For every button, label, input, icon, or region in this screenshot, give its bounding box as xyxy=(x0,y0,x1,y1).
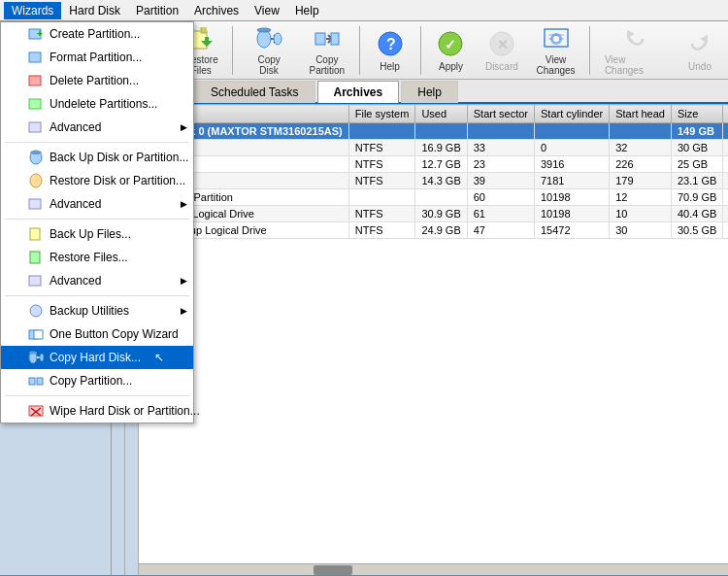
menu-backup-utilities[interactable]: Backup Utilities xyxy=(1,299,193,322)
wizards-dropdown: + Create Partition... Format Partition..… xyxy=(0,21,194,424)
col-start-cyl: Start cylinder xyxy=(535,105,610,123)
menu-advanced-2[interactable]: Advanced xyxy=(1,192,193,216)
menu-one-button-copy[interactable]: One Button Copy Wizard xyxy=(1,322,193,346)
table-row[interactable]: (H:) Backup Logical DriveNTFS24.9 GB4715… xyxy=(140,222,729,239)
table-cell xyxy=(723,206,728,222)
svg-point-39 xyxy=(30,305,42,317)
menu-advanced-1[interactable]: Advanced xyxy=(1,116,193,139)
table-cell: 61 xyxy=(467,206,534,222)
svg-point-34 xyxy=(30,174,42,187)
svg-rect-31 xyxy=(29,122,41,132)
restore-files-menu-icon xyxy=(28,250,44,265)
table-cell xyxy=(467,123,534,140)
table-cell xyxy=(348,123,415,140)
svg-marker-25 xyxy=(700,35,708,43)
menu-copy-partition[interactable]: Copy Partition... xyxy=(1,369,193,392)
copy-hd-icon xyxy=(28,350,44,365)
table-row[interactable]: (G:) Data Logical DriveNTFS30.9 GB611019… xyxy=(140,206,729,222)
format-icon xyxy=(28,50,44,65)
table-cell: 226 xyxy=(610,156,672,173)
tab-scheduled-tasks[interactable]: Scheduled Tasks xyxy=(194,81,315,103)
menu-backup-disk[interactable]: Back Up Disk or Partition... xyxy=(1,146,193,169)
table-cell: NTFS xyxy=(348,173,415,189)
menu-delete-partition[interactable]: Delete Partition... xyxy=(1,69,193,92)
cursor-indicator: ↖ xyxy=(154,351,164,364)
table-row[interactable]: Extended Partition60101981270.9 GB[No xyxy=(140,189,729,206)
table-cell: NTFS xyxy=(348,222,415,239)
menu-archives[interactable]: Archives xyxy=(186,2,247,19)
backup-disk-icon xyxy=(28,150,44,165)
view-changes-button[interactable]: ViewChanges xyxy=(528,24,583,77)
copy-partition-button[interactable]: CopyPartition xyxy=(301,24,352,77)
partition-table: File system Used Start sector Start cyli… xyxy=(139,104,728,239)
svg-rect-41 xyxy=(34,330,43,339)
table-cell: NTFS xyxy=(348,206,415,222)
separator-4 xyxy=(420,26,421,75)
col-fs: File system xyxy=(348,105,415,123)
undelete-icon xyxy=(28,96,44,112)
menu-create-partition[interactable]: + Create Partition... xyxy=(1,22,193,46)
menu-copy-hard-disk[interactable]: Copy Hard Disk... ↖ xyxy=(1,346,193,369)
undo-button[interactable]: View Changes xyxy=(596,24,674,77)
svg-rect-46 xyxy=(37,378,43,385)
svg-point-33 xyxy=(30,151,42,154)
table-row[interactable]: 7100 x64NTFS12.7 GB23391622625 GB7100 xyxy=(140,156,729,173)
menu-restore-files-menu[interactable]: Restore Files... xyxy=(1,246,193,269)
table-cell: 10198 xyxy=(535,189,610,206)
view-changes-icon xyxy=(541,25,572,52)
table-cell xyxy=(723,123,728,140)
svg-rect-47 xyxy=(29,406,43,416)
table-cell: NTFS xyxy=(348,140,415,156)
table-row[interactable]: Hard Disk 0 (MAXTOR STM3160215AS)149 GB xyxy=(140,123,729,140)
table-cell: [No xyxy=(723,189,728,206)
table-cell: 30.9 GB xyxy=(415,206,467,222)
separator-2 xyxy=(232,26,233,75)
help-button[interactable]: ? Help xyxy=(366,24,414,77)
undo-icon xyxy=(619,25,650,52)
create-icon: + xyxy=(28,26,44,42)
advanced-2-icon xyxy=(28,196,44,212)
copy-disk-label: Copy Disk xyxy=(248,54,290,76)
table-cell xyxy=(723,173,728,189)
horizontal-scrollbar[interactable] xyxy=(139,563,728,575)
content-area: File system Used Start sector Start cyli… xyxy=(139,104,728,575)
svg-point-44 xyxy=(40,354,44,361)
separator-5 xyxy=(589,26,590,75)
copy-disk-icon xyxy=(253,25,284,52)
table-cell xyxy=(610,123,672,140)
menu-format-partition[interactable]: Format Partition... xyxy=(1,46,193,69)
svg-marker-24 xyxy=(627,30,635,38)
col-vol: Volu xyxy=(723,105,728,123)
menu-advanced-3[interactable]: Advanced xyxy=(1,269,193,292)
menu-help[interactable]: Help xyxy=(287,2,327,19)
svg-rect-12 xyxy=(331,33,339,45)
svg-rect-45 xyxy=(29,378,35,385)
table-cell: Bac xyxy=(723,222,728,239)
svg-rect-11 xyxy=(315,33,325,45)
menu-partition[interactable]: Partition xyxy=(128,2,186,19)
view-changes-label: ViewChanges xyxy=(537,54,576,76)
menu-wipe-disk[interactable]: Wipe Hard Disk or Partition... xyxy=(1,399,193,423)
tab-help[interactable]: Help xyxy=(401,81,458,103)
menu-restore-disk[interactable]: Restore Disk or Partition... xyxy=(1,169,193,192)
table-cell: Vist xyxy=(723,140,728,156)
menu-view[interactable]: View xyxy=(247,2,287,19)
table-cell: 14.3 GB xyxy=(415,173,467,189)
menu-backup-files[interactable]: Back Up Files... xyxy=(1,222,193,246)
copy-disk-button[interactable]: Copy Disk xyxy=(239,24,299,77)
menu-wizards[interactable]: Wizards xyxy=(4,2,61,19)
table-row[interactable]: 7000 x86NTFS14.3 GB39718117923.1 GB xyxy=(140,173,729,189)
table-row[interactable]: Vistax64NTFS16.9 GB3303230 GBVist xyxy=(140,140,729,156)
svg-text:?: ? xyxy=(386,36,396,52)
separator-m2 xyxy=(5,219,189,220)
apply-button[interactable]: ✓ Apply xyxy=(426,24,475,77)
menu-undelete-partitions[interactable]: Undelete Partitions... xyxy=(1,92,193,116)
apply-label: Apply xyxy=(439,61,463,72)
copy-wizard-icon xyxy=(28,326,44,342)
tab-archives[interactable]: Archives xyxy=(317,81,400,103)
redo-button[interactable]: Undo xyxy=(676,24,724,77)
menu-harddisk[interactable]: Hard Disk xyxy=(61,2,128,19)
copy-partition-icon xyxy=(312,25,343,52)
discard-button[interactable]: ✕ Discard xyxy=(477,24,526,77)
svg-text:✕: ✕ xyxy=(497,37,509,52)
